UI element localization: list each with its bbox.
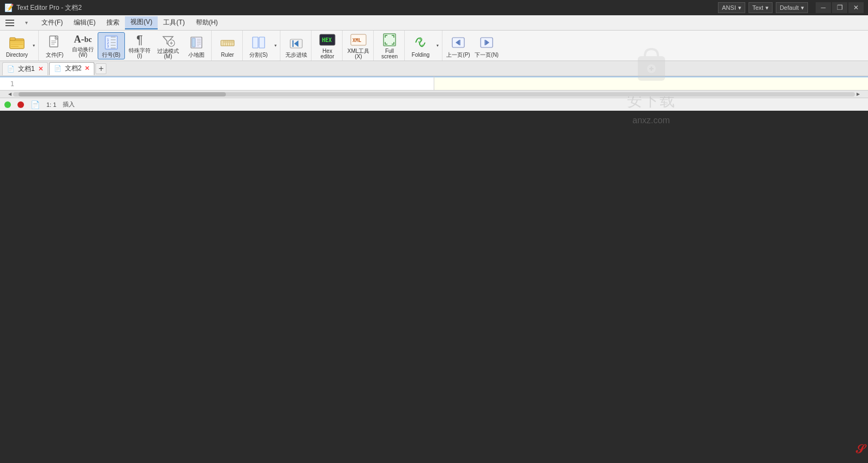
folding-dropdown-arrow[interactable]: ▾ <box>434 32 441 59</box>
tab-doc2[interactable]: 📄 文档2 ✕ <box>49 62 95 75</box>
file-icon <box>47 35 62 50</box>
encoding-dropdown[interactable]: ANSI ▾ <box>718 2 745 13</box>
svg-rect-2 <box>10 38 15 40</box>
menu-bar: ▾ 文件(F) 编辑(E) 搜索 视图(V) 工具(T) 帮助(H) <box>0 15 868 31</box>
status-position: 1: 1 <box>46 101 56 108</box>
scrollbar-track[interactable] <box>13 92 855 97</box>
filter-mode-icon <box>160 32 176 47</box>
svg-rect-23 <box>192 38 195 47</box>
filter-mode-button[interactable]: 过滤模式(M) <box>154 32 182 59</box>
autowrap-button[interactable]: A-bc 自动换行(W) <box>69 32 97 59</box>
svg-text:3: 3 <box>107 44 109 48</box>
svg-rect-41 <box>259 37 265 48</box>
hexeditor-icon: HEX <box>319 32 336 47</box>
menu-search[interactable]: 搜索 <box>101 16 125 29</box>
xmltools-icon: XML <box>350 32 367 47</box>
svg-point-53 <box>422 44 423 46</box>
svg-point-51 <box>420 38 422 40</box>
split-dropdown-arrow[interactable]: ▾ <box>272 32 279 59</box>
file-button[interactable]: 文件(F) <box>41 32 68 59</box>
status-page-icon: 📄 <box>31 100 40 109</box>
status-bar: 📄 1: 1 插入 <box>0 98 868 111</box>
folding-button[interactable]: Folding <box>407 32 434 59</box>
tab-doc2-icon: 📄 <box>54 65 62 72</box>
stepback-icon <box>289 35 304 50</box>
scrollbar-area: ◀ ▶ <box>0 90 868 98</box>
new-tab-button[interactable]: + <box>95 63 106 74</box>
tab-doc1-label: 文档1 <box>18 64 35 74</box>
menu-edit[interactable]: 编辑(E) <box>68 16 101 29</box>
tab-bar: 📄 文档1 ✕ 📄 文档2 ✕ + <box>0 61 868 76</box>
default-dropdown[interactable]: Default ▾ <box>776 2 808 13</box>
status-insert-mode: 插入 <box>63 100 75 109</box>
fullscreen-button[interactable]: Full screen <box>376 32 403 59</box>
toolbar-group-view: 文件(F) A-bc 自动换行(W) 1 2 3 行号(B) <box>40 31 212 61</box>
scroll-left-arrow[interactable]: ◀ <box>7 91 13 98</box>
svg-rect-40 <box>253 37 258 48</box>
prev-icon <box>451 35 466 50</box>
tab-doc1-close[interactable]: ✕ <box>38 66 43 72</box>
scrollbar-thumb[interactable] <box>19 92 226 97</box>
tab-doc2-close[interactable]: ✕ <box>85 65 89 71</box>
ruler-icon <box>220 35 235 50</box>
fullscreen-icon <box>382 32 397 47</box>
left-editor-pane[interactable]: 1 <box>0 76 434 90</box>
window-controls: ─ ❐ ✕ <box>816 2 864 13</box>
directory-dropdown-arrow[interactable]: ▾ <box>31 32 37 59</box>
next-icon <box>479 35 494 50</box>
editor-area: 1 安下载 anxz.com <box>0 76 868 90</box>
toolbar-group-prevnext: 上一页(P) 下一页(N) <box>444 31 501 61</box>
ruler-button[interactable]: Ruler <box>214 32 241 59</box>
tab-doc2-label: 文档2 <box>65 64 82 73</box>
folding-icon <box>413 35 428 50</box>
tab-doc1[interactable]: 📄 文档1 ✕ <box>2 62 48 75</box>
minimap-button[interactable]: 小地图 <box>183 32 210 59</box>
stepback-button[interactable]: 无步进续 <box>283 32 310 59</box>
toolbar-group-xml: XML XML工具(X) <box>344 31 374 61</box>
toolbar-group-stepback: 无步进续 <box>282 31 312 61</box>
xmltools-button[interactable]: XML XML工具(X) <box>345 32 372 59</box>
scroll-right-arrow[interactable]: ▶ <box>855 91 861 98</box>
right-editor-content[interactable] <box>434 77 868 90</box>
left-editor-content[interactable] <box>0 77 434 90</box>
minimize-button[interactable]: ─ <box>816 2 831 13</box>
tab-doc1-icon: 📄 <box>7 65 15 73</box>
right-editor-pane[interactable]: 安下载 anxz.com <box>434 76 868 90</box>
linenum-button[interactable]: 1 2 3 行号(B) <box>98 32 125 59</box>
special-chars-button[interactable]: ¶ 特殊字符(I) <box>126 32 153 59</box>
restore-button[interactable]: ❐ <box>832 2 847 13</box>
editor-split: 1 安下载 anxz.com <box>0 76 868 90</box>
hexeditor-button[interactable]: HEX Hex editor <box>314 32 341 59</box>
next-button[interactable]: 下一页(N) <box>473 32 500 59</box>
toolbar-group-ruler: Ruler <box>213 31 243 61</box>
watermark-text-url: anxz.com <box>632 116 669 125</box>
linenum-icon: 1 2 3 <box>104 35 119 50</box>
prev-button[interactable]: 上一页(P) <box>445 32 472 59</box>
quick-access-area[interactable]: ▾ <box>20 16 33 29</box>
toolbar-group-directory: Directory ▾ <box>2 31 39 61</box>
title-bar: 📝 Text Editor Pro - 文档2 ANSI ▾ Text ▾ De… <box>0 0 868 15</box>
title-text: Text Editor Pro - 文档2 <box>16 3 718 13</box>
menu-tools[interactable]: 工具(T) <box>158 16 190 29</box>
hamburger-menu[interactable] <box>2 16 17 29</box>
menu-file[interactable]: 文件(F) <box>36 16 68 29</box>
split-button[interactable]: 分割(S) <box>245 32 272 59</box>
split-icon <box>251 35 266 50</box>
toolbar-group-split: 分割(S) ▾ <box>244 31 280 61</box>
toolbar-group-folding: Folding ▾ <box>406 31 442 61</box>
menu-view[interactable]: 视图(V) <box>125 16 158 29</box>
status-play-indicator <box>4 101 11 108</box>
directory-icon <box>9 34 25 51</box>
svg-rect-3 <box>11 41 23 43</box>
line-number-1: 1 <box>2 80 14 89</box>
svg-point-52 <box>418 41 420 43</box>
close-button[interactable]: ✕ <box>848 2 864 13</box>
toolbar: Directory ▾ 文件(F) A-bc 自动换行(W) <box>0 31 868 61</box>
toolbar-group-fullscreen: Full screen <box>375 31 405 61</box>
status-stop-indicator <box>17 101 24 108</box>
s-logo: 𝒮 <box>855 442 864 456</box>
minimap-icon <box>189 35 204 50</box>
directory-button[interactable]: Directory <box>3 32 31 59</box>
menu-help[interactable]: 帮助(H) <box>190 16 224 29</box>
text-mode-dropdown[interactable]: Text ▾ <box>749 2 773 13</box>
